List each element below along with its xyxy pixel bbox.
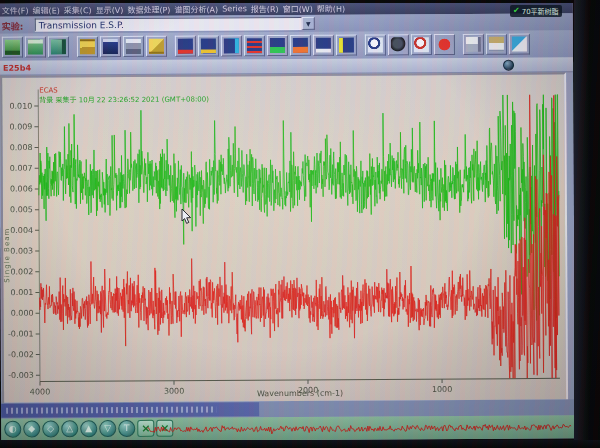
spectrum-label-red: ECAS [39, 86, 58, 94]
y-tick-label: 0.007 [10, 164, 33, 173]
find-peaks-icon [391, 37, 406, 52]
open-button[interactable] [77, 36, 98, 57]
spectrum-plot: 40003000200010000.0100.0090.0080.0070.00… [2, 74, 566, 402]
experiment-dropdown-value: Transmission E.S.P. [39, 19, 124, 30]
find-peaks-button[interactable] [388, 34, 409, 55]
y-tick-label: 0.010 [9, 102, 32, 111]
toolbar-separator [168, 36, 174, 57]
menu-item-4[interactable]: 数据处理(P) [127, 4, 170, 15]
y-tick-label: 0.005 [10, 205, 33, 214]
palette-tool-5[interactable]: ▲ [80, 420, 97, 437]
watermark-text: 70平新树脂 [522, 6, 559, 16]
y-tick-label: 0.008 [10, 143, 33, 152]
mouse-cursor [181, 209, 193, 225]
stack-spectra-button[interactable] [244, 35, 265, 56]
menu-item-1[interactable]: 编辑(E) [33, 4, 60, 15]
stop-button[interactable] [434, 34, 455, 55]
pane-control-button[interactable] [503, 60, 514, 71]
toolbar [0, 30, 573, 61]
experiment-label: 实验: [2, 20, 24, 33]
y-tick-label: -0.002 [8, 350, 34, 359]
toolbar-separator [70, 36, 76, 57]
red-spectrum-trace [38, 95, 560, 381]
spectrum-window[interactable]: 40003000200010000.0100.0090.0080.0070.00… [0, 72, 568, 404]
collect-series-icon [51, 39, 66, 54]
palette-tool-2[interactable]: ◆ [23, 421, 40, 438]
overlay-spectra-icon [270, 38, 285, 53]
autoscale-icon [224, 38, 239, 53]
copy-button[interactable] [463, 34, 484, 55]
monitor-bezel-top [0, 0, 600, 3]
spectrum-label-green: 背景 采集于 10月 22 23:26:52 2021 (GMT+08:00) [39, 93, 209, 104]
zoom-out-icon [414, 37, 429, 52]
toolbar-separator [456, 34, 462, 55]
y-tick-label: 0.009 [9, 122, 32, 131]
pane-title: E25b4 [3, 64, 31, 73]
full-scale-icon [178, 39, 193, 54]
experiment-dropdown[interactable]: Transmission E.S.P. ▼ [35, 17, 303, 32]
status-text-blur [6, 406, 216, 413]
menu-item-9[interactable]: 帮助(H) [317, 3, 345, 14]
offset-spectra-icon [293, 38, 308, 53]
full-scale-button[interactable] [175, 36, 196, 57]
palette-tool-1[interactable]: ◐ [4, 421, 21, 438]
offset-spectra-button[interactable] [290, 35, 311, 56]
print-button[interactable] [123, 36, 144, 57]
palette-tool-3[interactable]: ◇ [42, 420, 59, 437]
monitor-bezel-bottom [0, 440, 600, 448]
copy-icon [466, 37, 481, 52]
y-tick-label: 0.004 [10, 226, 33, 235]
menu-item-2[interactable]: 采集(C) [64, 4, 92, 15]
roll-zoom-button[interactable] [336, 35, 357, 56]
common-scale-button[interactable] [198, 35, 219, 56]
cleanup-button[interactable] [509, 34, 530, 55]
y-tick-label: 0.003 [10, 247, 33, 256]
save-disk-icon [103, 39, 118, 54]
zoom-in-button[interactable] [365, 34, 386, 55]
paste-button[interactable] [486, 34, 507, 55]
stack-spectra-icon [247, 38, 262, 53]
check-icon: ✔ [513, 7, 520, 15]
y-axis-label: Single Beam [3, 228, 11, 283]
palette-tool-7[interactable]: T [118, 420, 135, 437]
zoom-in-icon [368, 37, 383, 52]
save-button[interactable] [100, 36, 121, 57]
menu-item-6[interactable]: Series [222, 4, 247, 13]
collect-background-button[interactable] [2, 37, 23, 58]
y-tick-label: -0.003 [8, 371, 34, 380]
bottom-red-noise-line [147, 424, 571, 435]
menu-item-3[interactable]: 显示(V) [96, 4, 124, 15]
y-tick-label: -0.001 [8, 329, 34, 338]
common-scale-icon [201, 38, 216, 53]
menu-item-5[interactable]: 谱图分析(A) [174, 3, 218, 14]
toolbar-separator [358, 35, 364, 56]
collect-series-button[interactable] [48, 36, 69, 57]
roll-zoom-icon [339, 38, 354, 53]
y-tick-label: 0.006 [10, 184, 33, 193]
menu-item-8[interactable]: 窗口(W) [283, 3, 313, 14]
overlay-spectra-button[interactable] [267, 35, 288, 56]
stop-icon [437, 37, 452, 52]
collect-background-icon [5, 40, 20, 55]
application-window: 文件(F)编辑(E)采集(C)显示(V)数据处理(P)谱图分析(A)Series… [0, 0, 575, 441]
display-setup-icon [316, 38, 331, 53]
palette-tool-6[interactable]: ▽ [99, 420, 116, 437]
photo-watermark: ✔ 70平新树脂 [510, 5, 562, 17]
palette-tool-4[interactable]: △ [61, 420, 78, 437]
menu-item-7[interactable]: 报告(R) [251, 3, 279, 14]
screen-photo: 文件(F)编辑(E)采集(C)显示(V)数据处理(P)谱图分析(A)Series… [0, 0, 600, 448]
display-setup-button[interactable] [313, 35, 334, 56]
collect-sample-icon [28, 39, 43, 54]
y-axis-line [38, 90, 40, 382]
email-button[interactable] [146, 36, 167, 57]
monitor-bezel-right [574, 0, 600, 448]
zoom-out-button[interactable] [411, 34, 432, 55]
paste-icon [489, 37, 504, 52]
chevron-down-icon[interactable]: ▼ [302, 17, 315, 30]
background-window-titlebar[interactable] [1, 402, 259, 418]
collect-sample-button[interactable] [25, 36, 46, 57]
x-axis-line [40, 378, 560, 381]
autoscale-button[interactable] [221, 35, 242, 56]
menu-item-0[interactable]: 文件(F) [2, 5, 29, 16]
y-tick-label: 0.002 [10, 267, 33, 276]
